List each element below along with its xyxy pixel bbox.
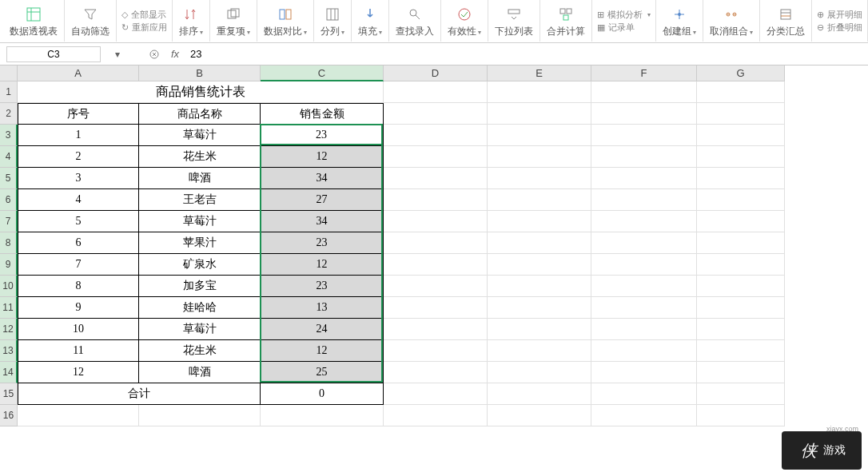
cell[interactable]: 9 — [18, 297, 139, 319]
formula-input[interactable] — [185, 46, 862, 62]
row-header-1[interactable]: 1 — [0, 81, 18, 103]
cell[interactable]: 啤酒 — [139, 168, 261, 189]
row-header-11[interactable]: 11 — [0, 297, 18, 319]
namebox-dropdown[interactable]: ▾ — [107, 46, 128, 62]
cell[interactable] — [697, 232, 785, 254]
cell[interactable]: 5 — [18, 211, 139, 232]
cell[interactable] — [488, 168, 591, 189]
cell[interactable]: 8 — [18, 276, 139, 297]
cell[interactable] — [384, 276, 488, 297]
cell[interactable] — [697, 211, 785, 232]
cell[interactable] — [591, 232, 697, 254]
cell[interactable] — [591, 276, 697, 297]
row-header-15[interactable]: 15 — [0, 383, 18, 405]
cell[interactable]: 13 — [261, 297, 384, 319]
cell[interactable] — [591, 103, 697, 125]
cell[interactable] — [384, 168, 488, 189]
cell[interactable]: 34 — [261, 168, 384, 189]
cell[interactable] — [384, 81, 488, 103]
cell[interactable]: 加多宝 — [139, 276, 261, 297]
cell[interactable] — [488, 297, 591, 319]
lookup-button[interactable]: 查找录入 — [389, 0, 441, 42]
cell[interactable]: 10 — [18, 319, 139, 340]
cell[interactable] — [488, 383, 591, 405]
cell[interactable] — [384, 340, 488, 362]
validity-button[interactable]: 有效性▾ — [441, 0, 488, 42]
cell[interactable] — [384, 211, 488, 232]
row-header-4[interactable]: 4 — [0, 146, 18, 168]
row-header-9[interactable]: 9 — [0, 254, 18, 276]
cell[interactable]: 商品名称 — [139, 103, 261, 125]
cell[interactable]: 娃哈哈 — [139, 297, 261, 319]
row-header-12[interactable]: 12 — [0, 319, 18, 340]
ungroup-button[interactable]: 取消组合▾ — [703, 0, 760, 42]
cell[interactable]: 啤酒 — [139, 362, 261, 383]
cell[interactable]: 合计 — [18, 383, 261, 405]
cell[interactable]: 草莓汁 — [139, 211, 261, 232]
cell[interactable] — [697, 383, 785, 405]
cell[interactable]: 23 — [261, 232, 384, 254]
cell[interactable]: 11 — [18, 340, 139, 362]
cell[interactable]: 销售金额 — [261, 103, 384, 125]
cell[interactable] — [488, 232, 591, 254]
row-header-14[interactable]: 14 — [0, 362, 18, 383]
cell[interactable] — [697, 319, 785, 340]
dedup-button[interactable]: 重复项▾ — [210, 0, 257, 42]
column-header-F[interactable]: F — [591, 65, 697, 81]
cell[interactable] — [384, 146, 488, 168]
cell[interactable] — [488, 81, 591, 103]
cell[interactable] — [488, 319, 591, 340]
spreadsheet-grid[interactable]: ABCDEFG 1商品销售统计表2序号商品名称销售金额31草莓汁2342花生米1… — [0, 65, 868, 426]
showdetail-button[interactable]: ⊕展开明细 — [817, 9, 862, 21]
cell[interactable]: 1 — [18, 125, 139, 146]
cell[interactable] — [697, 297, 785, 319]
cell[interactable] — [697, 276, 785, 297]
cell[interactable]: 草莓汁 — [139, 319, 261, 340]
row-header-3[interactable]: 3 — [0, 125, 18, 146]
cell[interactable]: 25 — [261, 362, 384, 383]
cell[interactable] — [384, 254, 488, 276]
cell[interactable] — [697, 81, 785, 103]
cell[interactable] — [488, 125, 591, 146]
cell[interactable]: 12 — [261, 146, 384, 168]
cell[interactable] — [591, 189, 697, 211]
cell[interactable] — [591, 405, 697, 426]
cell[interactable] — [488, 276, 591, 297]
cell[interactable] — [591, 146, 697, 168]
cell[interactable]: 34 — [261, 211, 384, 232]
column-header-E[interactable]: E — [488, 65, 591, 81]
cell[interactable] — [384, 297, 488, 319]
cell[interactable] — [697, 340, 785, 362]
column-header-D[interactable]: D — [384, 65, 488, 81]
cell[interactable] — [591, 125, 697, 146]
group-button[interactable]: 创建组▾ — [656, 0, 703, 42]
cell[interactable] — [591, 340, 697, 362]
column-header-B[interactable]: B — [139, 65, 261, 81]
cell[interactable] — [384, 125, 488, 146]
cell[interactable]: 花生米 — [139, 340, 261, 362]
row-header-10[interactable]: 10 — [0, 276, 18, 297]
cell[interactable] — [488, 103, 591, 125]
cell[interactable] — [697, 405, 785, 426]
cell[interactable] — [18, 405, 139, 426]
column-header-A[interactable]: A — [18, 65, 139, 81]
cell[interactable]: 6 — [18, 232, 139, 254]
fill-button[interactable]: 填充▾ — [352, 0, 389, 42]
cell[interactable] — [591, 254, 697, 276]
cell[interactable]: 12 — [261, 254, 384, 276]
show-all-button[interactable]: ◇全部显示 — [121, 9, 167, 21]
cell[interactable]: 序号 — [18, 103, 139, 125]
collapsedetail-button[interactable]: ⊖折叠明细 — [817, 22, 862, 34]
row-header-16[interactable]: 16 — [0, 405, 18, 426]
cell[interactable] — [139, 405, 261, 426]
cell[interactable]: 24 — [261, 319, 384, 340]
cell[interactable]: 花生米 — [139, 146, 261, 168]
cell[interactable] — [591, 297, 697, 319]
cell[interactable] — [488, 405, 591, 426]
cell[interactable] — [697, 362, 785, 383]
cancel-formula-button[interactable] — [144, 46, 165, 62]
cell[interactable] — [488, 340, 591, 362]
cell[interactable]: 王老吉 — [139, 189, 261, 211]
cell[interactable]: 2 — [18, 146, 139, 168]
split-button[interactable]: 分列▾ — [314, 0, 352, 42]
